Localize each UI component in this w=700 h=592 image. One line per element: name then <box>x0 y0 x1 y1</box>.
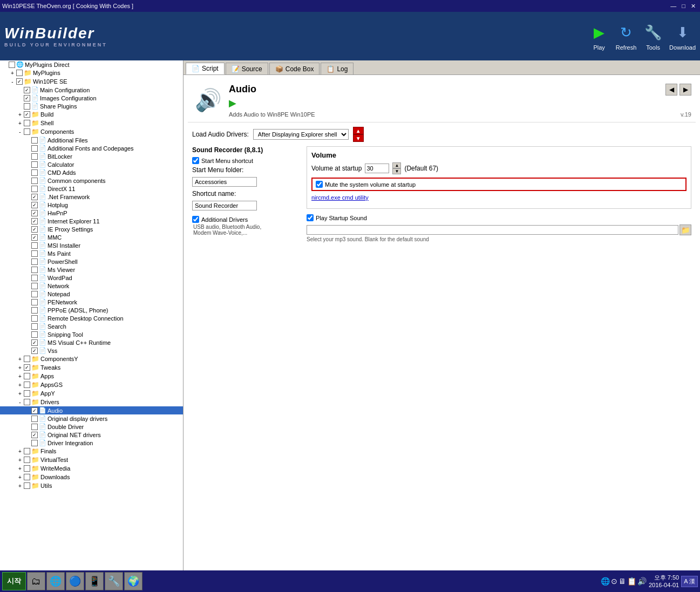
sidebar-item-audio[interactable]: 📄Audio <box>0 406 183 414</box>
start-menu-folder-input[interactable] <box>192 177 257 187</box>
sidebar-item-driver-integration[interactable]: 📄Driver Integration <box>0 439 183 447</box>
expand-drivers[interactable]: - <box>16 399 24 405</box>
checkbox-penetwork[interactable] <box>31 299 38 305</box>
checkbox-wordpad[interactable] <box>31 275 38 281</box>
checkbox-net-framework[interactable] <box>31 194 38 200</box>
additional-drivers-checkbox[interactable] <box>192 216 199 223</box>
checkbox-ms-paint[interactable] <box>31 250 38 257</box>
expand-myplugins[interactable]: + <box>9 70 16 76</box>
checkbox-bitlocker[interactable] <box>31 153 38 160</box>
titlebar-minimize[interactable]: — <box>668 3 678 10</box>
expand-componentsy[interactable]: + <box>16 356 24 362</box>
checkbox-utils[interactable] <box>24 482 30 489</box>
checkbox-share-plugins[interactable] <box>24 103 30 110</box>
checkbox-shell[interactable] <box>24 120 30 126</box>
sidebar-item-hotplug[interactable]: 📄Hotplug <box>0 201 183 209</box>
tab-script[interactable]: 📄 Script <box>186 63 225 74</box>
sidebar-item-wordpad[interactable]: 📄WordPad <box>0 274 183 282</box>
expand-tweaks[interactable]: + <box>16 365 24 371</box>
checkbox-virtualtest[interactable] <box>24 457 30 463</box>
sidebar-item-appy[interactable]: +📁AppY <box>0 389 183 398</box>
sidebar-item-network[interactable]: 📄Network <box>0 282 183 290</box>
play-button[interactable]: ▶ Play <box>588 22 610 51</box>
taskbar-icon-app3[interactable]: 🌍 <box>124 572 142 590</box>
sidebar-item-tweaks[interactable]: +📁Tweaks <box>0 363 183 372</box>
sidebar-item-notepad[interactable]: 📄Notepad <box>0 290 183 298</box>
sidebar-item-additional-files[interactable]: 📄Additional Files <box>0 136 183 144</box>
expand-win10pese[interactable]: - <box>9 79 16 85</box>
checkbox-components[interactable] <box>24 128 30 135</box>
checkbox-additional-files[interactable] <box>31 137 38 144</box>
sidebar-item-finals[interactable]: +📁Finals <box>0 447 183 455</box>
sidebar-item-ms-visual-cpp[interactable]: 📄MS Visual C++ Runtime <box>0 338 183 346</box>
checkbox-pppoe[interactable] <box>31 307 38 314</box>
checkbox-downloads[interactable] <box>24 474 30 480</box>
sidebar-item-powershell[interactable]: 📄PowerShell <box>0 257 183 266</box>
expand-appy[interactable]: + <box>16 391 24 397</box>
lang-button[interactable]: A 漢 <box>681 576 698 587</box>
checkbox-win10pese[interactable] <box>16 78 23 85</box>
sys-icon-3[interactable]: 🖥 <box>619 577 626 586</box>
checkbox-search[interactable] <box>31 323 38 330</box>
taskbar-icon-ie2[interactable]: 🔵 <box>66 572 84 590</box>
checkbox-hotplug[interactable] <box>31 202 38 208</box>
checkbox-powershell[interactable] <box>31 258 38 265</box>
expand-apps[interactable]: + <box>16 373 24 379</box>
sidebar-item-writemedia[interactable]: +📁WriteMedia <box>0 464 183 473</box>
sidebar-item-common-components[interactable]: 📄Common components <box>0 176 183 185</box>
start-button[interactable]: 시작 <box>2 572 26 590</box>
taskbar-icon-explorer[interactable]: 🗂 <box>27 572 45 590</box>
checkbox-mmc[interactable] <box>31 234 38 241</box>
checkbox-msi-installer[interactable] <box>31 242 38 249</box>
checkbox-notepad[interactable] <box>31 291 38 297</box>
load-drivers-select[interactable]: After Displaying Explorer shell Before E… <box>253 129 349 140</box>
expand-components[interactable]: - <box>16 129 24 135</box>
expand-build[interactable]: + <box>16 112 24 118</box>
checkbox-ms-visual-cpp[interactable] <box>31 339 38 346</box>
sidebar-item-msi-installer[interactable]: 📄MSI Installer <box>0 241 183 249</box>
sidebar-item-build[interactable]: +📁Build <box>0 110 183 119</box>
sidebar-item-myplugins[interactable]: +📁MyPlugins <box>0 69 183 77</box>
checkbox-directx11[interactable] <box>31 186 38 192</box>
titlebar-maximize[interactable]: □ <box>679 3 688 10</box>
taskbar-icon-app1[interactable]: 📱 <box>85 572 104 590</box>
checkbox-finals[interactable] <box>24 448 30 454</box>
sidebar-item-internet-explorer[interactable]: 📄Internet Explorer 11 <box>0 217 183 225</box>
checkbox-tweaks[interactable] <box>24 364 30 371</box>
sidebar-item-utils[interactable]: +📁Utils <box>0 481 183 490</box>
checkbox-driver-integration[interactable] <box>31 440 38 446</box>
sidebar-item-hwpnp[interactable]: 📄HwPnP <box>0 209 183 217</box>
checkbox-drivers[interactable] <box>24 399 30 405</box>
sidebar-item-ms-viewer[interactable]: 📄Ms Viewer <box>0 266 183 274</box>
start-menu-shortcut-checkbox[interactable] <box>192 157 199 164</box>
checkbox-cmd-adds[interactable] <box>31 169 38 176</box>
checkbox-common-components[interactable] <box>31 178 38 184</box>
volume-up-button[interactable]: ▲ <box>392 162 401 168</box>
sidebar-item-appsgs[interactable]: +📁AppsGS <box>0 380 183 389</box>
audio-next-button[interactable]: ▶ <box>679 84 691 96</box>
checkbox-internet-explorer[interactable] <box>31 218 38 224</box>
checkbox-main-config[interactable] <box>24 87 30 93</box>
checkbox-appsgs[interactable] <box>24 382 30 388</box>
sidebar-item-original-net[interactable]: 📄Original NET drivers <box>0 431 183 439</box>
checkbox-remote-desktop[interactable] <box>31 315 38 322</box>
checkbox-hwpnp[interactable] <box>31 210 38 216</box>
checkbox-double-driver[interactable] <box>31 424 38 430</box>
down-arrow-button[interactable]: ▼ <box>353 134 364 142</box>
vol-cmd-link[interactable]: nircmd.exe cmd utility <box>311 194 687 201</box>
sidebar-item-snipping-tool[interactable]: 📄Snipping Tool <box>0 330 183 338</box>
checkbox-original-display[interactable] <box>31 416 38 422</box>
tab-codebox[interactable]: 📦 Code Box <box>269 63 320 74</box>
sidebar-item-mmc[interactable]: 📄MMC <box>0 233 183 241</box>
play-startup-checkbox[interactable] <box>307 214 314 221</box>
checkbox-appy[interactable] <box>24 390 30 397</box>
sidebar-item-penetwork[interactable]: 📄PENetwork <box>0 298 183 306</box>
tools-button[interactable]: 🔧 Tools <box>642 22 664 51</box>
expand-appsgs[interactable]: + <box>16 382 24 388</box>
expand-utils[interactable]: + <box>16 483 24 489</box>
sidebar-item-search[interactable]: 📄Search <box>0 322 183 330</box>
sidebar-item-shell[interactable]: +📁Shell <box>0 119 183 127</box>
checkbox-myplugins-direct[interactable] <box>9 62 15 68</box>
checkbox-ms-viewer[interactable] <box>31 267 38 273</box>
expand-virtualtest[interactable]: + <box>16 457 24 463</box>
